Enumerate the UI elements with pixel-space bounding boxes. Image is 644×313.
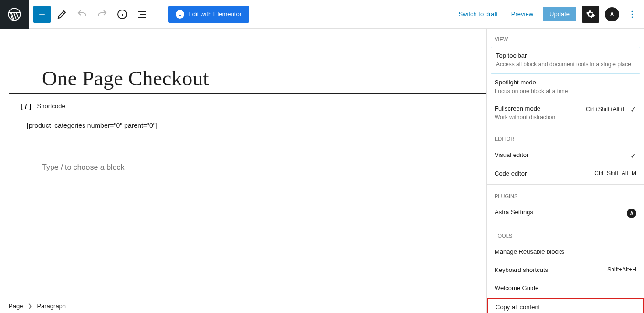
- undo-icon: [76, 9, 88, 20]
- menu-item-spotlight[interactable]: Spotlight mode Focus on one block at a t…: [487, 74, 644, 100]
- menu-shortcut: Shift+Alt+H: [607, 266, 636, 273]
- menu-item-reusable-blocks[interactable]: Manage Reusable blocks: [487, 243, 644, 261]
- menu-item-astra-settings[interactable]: Astra Settings A: [487, 204, 644, 223]
- info-button[interactable]: [114, 6, 131, 23]
- chevron-right-icon: ❯: [28, 303, 32, 309]
- gear-icon: [586, 10, 595, 19]
- wordpress-logo[interactable]: [0, 0, 29, 29]
- more-options-menu: View Top toolbar Access all block and do…: [486, 29, 644, 313]
- menu-divider: [487, 127, 644, 127]
- toolbar-right-group: Switch to draft Preview Update A: [454, 6, 644, 23]
- svg-point-3: [632, 13, 633, 15]
- settings-button[interactable]: [582, 6, 599, 23]
- preview-button[interactable]: Preview: [507, 8, 537, 21]
- check-icon: ✓: [630, 105, 636, 114]
- breadcrumb-root[interactable]: Page: [9, 303, 23, 310]
- pencil-icon: [56, 9, 68, 20]
- redo-icon: [96, 9, 108, 20]
- menu-item-desc: Work without distraction: [495, 114, 586, 122]
- menu-item-title: Manage Reusable blocks: [495, 248, 636, 255]
- svg-point-2: [632, 10, 633, 12]
- menu-shortcut: Ctrl+Shift+Alt+F: [586, 106, 626, 113]
- check-icon: ✓: [630, 151, 636, 160]
- info-icon: [116, 9, 128, 20]
- astra-icon: A: [627, 209, 636, 218]
- menu-item-welcome-guide[interactable]: Welcome Guide: [487, 280, 644, 298]
- kebab-icon: [627, 10, 637, 19]
- menu-item-keyboard-shortcuts[interactable]: Keyboard shortcuts Shift+Alt+H: [487, 261, 644, 280]
- menu-section-view: View: [487, 29, 644, 47]
- elementor-badge-icon: E: [176, 10, 184, 19]
- menu-item-title: Visual editor: [495, 151, 630, 158]
- menu-item-title: Spotlight mode: [495, 79, 636, 86]
- tools-button[interactable]: [53, 6, 71, 23]
- menu-item-copy-all-content[interactable]: Copy all content: [487, 298, 644, 313]
- menu-item-top-toolbar[interactable]: Top toolbar Access all block and documen…: [491, 47, 640, 74]
- shortcode-label: Shortcode: [37, 103, 65, 110]
- placeholder-text: Type / to choose a block: [42, 163, 125, 172]
- menu-item-desc: Access all block and document tools in a…: [496, 61, 635, 69]
- menu-item-title: Code editor: [495, 170, 594, 177]
- menu-item-visual-editor[interactable]: Visual editor ✓: [487, 146, 644, 165]
- menu-item-title: Astra Settings: [495, 209, 627, 216]
- elementor-label: Edit with Elementor: [188, 10, 242, 18]
- edit-with-elementor-button[interactable]: E Edit with Elementor: [168, 6, 249, 23]
- menu-item-title: Keyboard shortcuts: [495, 266, 607, 273]
- menu-section-plugins: Plugins: [487, 186, 644, 204]
- svg-point-4: [632, 16, 633, 18]
- menu-shortcut: Ctrl+Shift+Alt+M: [594, 170, 636, 177]
- more-options-button[interactable]: [625, 6, 639, 23]
- menu-item-code-editor[interactable]: Code editor Ctrl+Shift+Alt+M: [487, 165, 644, 183]
- menu-item-title: Copy all content: [496, 303, 635, 311]
- menu-item-fullscreen[interactable]: Fullscreen mode Work without distraction…: [487, 100, 644, 126]
- menu-item-title: Top toolbar: [496, 52, 635, 59]
- menu-divider: [487, 184, 644, 185]
- top-toolbar: E Edit with Elementor Switch to draft Pr…: [0, 0, 644, 29]
- update-button[interactable]: Update: [543, 7, 576, 21]
- breadcrumb-current[interactable]: Paragraph: [37, 303, 66, 310]
- outline-icon: [137, 9, 148, 20]
- undo-button[interactable]: [74, 6, 91, 23]
- menu-divider: [487, 224, 644, 224]
- toolbar-left-group: E Edit with Elementor: [29, 6, 254, 23]
- shortcode-icon: [ / ]: [21, 102, 32, 110]
- menu-item-title: Fullscreen mode: [495, 105, 586, 112]
- redo-button[interactable]: [94, 6, 111, 23]
- add-block-button[interactable]: [33, 6, 51, 23]
- switch-to-draft-button[interactable]: Switch to draft: [454, 8, 501, 21]
- menu-section-editor: Editor: [487, 128, 644, 146]
- plus-icon: [37, 10, 47, 19]
- menu-item-title: Welcome Guide: [495, 284, 636, 292]
- menu-item-desc: Focus on one block at a time: [495, 87, 636, 95]
- outline-button[interactable]: [134, 6, 151, 23]
- astra-button[interactable]: A: [605, 7, 619, 21]
- menu-section-tools: Tools: [487, 225, 644, 243]
- wordpress-icon: [7, 7, 21, 21]
